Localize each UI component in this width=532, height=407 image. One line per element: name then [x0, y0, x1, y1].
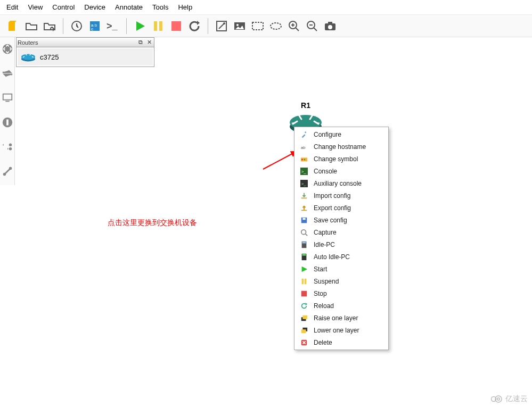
node-label: R1 — [289, 101, 323, 110]
menu-change-symbol[interactable]: Change symbol — [294, 153, 388, 165]
zoom-out-button[interactable] — [303, 17, 321, 35]
svg-rect-23 — [6, 120, 9, 126]
menu-import-config[interactable]: Import config — [294, 189, 388, 202]
dock-title: Routers — [18, 39, 136, 46]
menu-start[interactable]: Start — [294, 263, 388, 275]
svg-text:c: c — [91, 27, 93, 31]
snapshot-button[interactable] — [68, 17, 86, 35]
menu-annotate[interactable]: Annotate — [115, 3, 143, 11]
menu-auto-idle-pc[interactable]: Auto Idle-PC — [294, 251, 388, 263]
menu-suspend[interactable]: Suspend — [294, 275, 388, 287]
annotation-text: 点击这里更换到交换机设备 — [108, 218, 197, 228]
svg-point-9 — [223, 22, 225, 24]
menu-export-config[interactable]: Export config — [294, 202, 388, 214]
import-icon — [300, 192, 308, 200]
menu-tools[interactable]: Tools — [152, 3, 168, 11]
svg-rect-17 — [328, 22, 332, 24]
console-all-button[interactable]: >_ — [104, 17, 122, 35]
new-project-button[interactable] — [4, 17, 22, 35]
svg-rect-12 — [252, 22, 263, 30]
reload-all-button[interactable] — [185, 17, 203, 35]
menu-reload[interactable]: Reload — [294, 300, 388, 312]
switches-category-button[interactable] — [0, 63, 15, 84]
svg-point-11 — [236, 24, 239, 26]
wrench-icon — [300, 130, 308, 139]
menu-aux-console[interactable]: >_ Auxiliary console — [294, 177, 388, 189]
dock-close-button[interactable]: ✕ — [145, 39, 153, 46]
node-context-menu: Configure ab Change hostname Change symb… — [294, 127, 389, 350]
svg-rect-6 — [159, 21, 162, 31]
save-project-button[interactable] — [40, 17, 59, 35]
menu-delete[interactable]: Delete — [294, 336, 388, 348]
device-template-label: c3725 — [40, 53, 59, 61]
menu-raise-layer[interactable]: Raise one layer — [294, 312, 388, 324]
raise-icon — [300, 314, 308, 322]
svg-point-18 — [328, 25, 332, 29]
menu-capture[interactable]: Capture — [294, 226, 388, 238]
svg-rect-49 — [302, 254, 306, 255]
router-icon — [21, 51, 36, 63]
add-image-button[interactable] — [231, 17, 249, 35]
reload-icon — [300, 302, 308, 310]
device-template-item[interactable]: c3725 — [18, 48, 153, 65]
menu-configure[interactable]: Configure — [294, 128, 388, 140]
add-note-button[interactable] — [212, 17, 231, 35]
hostname-icon: ab — [300, 143, 308, 151]
add-rectangle-button[interactable] — [249, 17, 267, 35]
dock-body: c3725 — [17, 47, 154, 67]
main-toolbar: a bc >_ — [0, 15, 532, 37]
screenshot-button[interactable] — [321, 17, 339, 35]
auto-calculator-icon — [300, 253, 308, 261]
menu-idle-pc[interactable]: Idle-PC — [294, 238, 388, 251]
add-ellipse-button[interactable] — [267, 17, 285, 35]
start-all-button[interactable] — [131, 17, 149, 35]
menu-help[interactable]: Help — [178, 3, 192, 11]
open-project-button[interactable] — [22, 17, 40, 35]
symbol-icon — [300, 155, 308, 163]
routers-dock-panel: Routers ⧉ ✕ c3725 — [16, 37, 154, 67]
svg-point-36 — [304, 159, 306, 160]
stop-all-button[interactable] — [167, 17, 185, 35]
svg-rect-51 — [305, 278, 307, 284]
menu-stop[interactable]: Stop — [294, 287, 388, 300]
save-icon — [300, 216, 308, 225]
pause-icon — [300, 277, 308, 286]
menu-device[interactable]: Device — [84, 3, 105, 11]
svg-rect-41 — [301, 197, 307, 198]
svg-rect-42 — [301, 210, 307, 211]
menu-save-config[interactable]: Save config — [294, 214, 388, 226]
svg-rect-56 — [301, 329, 306, 333]
svg-point-13 — [271, 23, 281, 29]
show-labels-button[interactable]: a bc — [86, 17, 104, 35]
svg-point-60 — [497, 398, 500, 401]
menu-lower-layer[interactable]: Lower one layer — [294, 324, 388, 336]
aux-console-icon: >_ — [300, 179, 308, 188]
pause-all-button[interactable] — [149, 17, 167, 35]
end-devices-category-button[interactable] — [0, 87, 15, 109]
menu-control[interactable]: Control — [52, 3, 75, 11]
device-toolbar — [0, 37, 15, 185]
topology-canvas[interactable]: R1 点击这里更换到交换机设备 Configure ab Change host… — [155, 37, 532, 407]
menu-edit[interactable]: Edit — [6, 3, 18, 11]
zoom-in-button[interactable] — [285, 17, 303, 35]
add-link-button[interactable] — [0, 161, 15, 182]
dock-float-button[interactable]: ⧉ — [137, 39, 144, 46]
svg-point-24 — [9, 144, 12, 147]
routers-category-button[interactable] — [0, 38, 15, 60]
dock-header: Routers ⧉ ✕ — [17, 38, 154, 47]
svg-point-26 — [3, 173, 6, 176]
delete-icon — [300, 338, 308, 347]
all-devices-button[interactable] — [0, 136, 15, 157]
svg-text:>_: >_ — [301, 169, 307, 173]
svg-line-32 — [263, 151, 297, 169]
menu-change-hostname[interactable]: ab Change hostname — [294, 140, 388, 153]
svg-rect-5 — [154, 21, 157, 31]
svg-point-35 — [301, 159, 303, 160]
svg-point-27 — [9, 167, 12, 170]
console-icon: >_ — [300, 167, 308, 176]
capture-icon — [300, 228, 308, 237]
menu-console[interactable]: >_ Console — [294, 165, 388, 177]
menu-view[interactable]: View — [28, 3, 43, 11]
svg-text:ab: ab — [301, 145, 306, 149]
security-category-button[interactable] — [0, 112, 15, 133]
